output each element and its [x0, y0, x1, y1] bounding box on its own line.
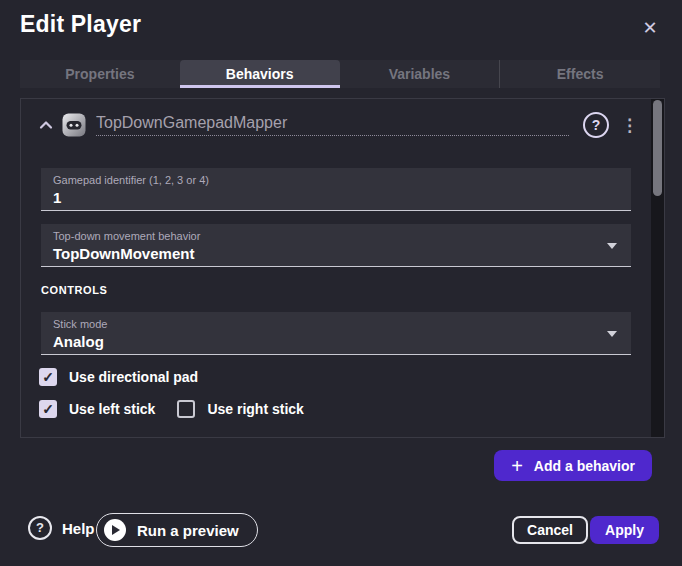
chevron-down-icon	[607, 243, 617, 249]
movement-behavior-select[interactable]: Top-down movement behavior TopDownMoveme…	[41, 224, 631, 267]
page-title: Edit Player	[20, 11, 141, 38]
use-directional-pad-label: Use directional pad	[69, 369, 198, 385]
tab-behaviors[interactable]: Behaviors	[180, 60, 340, 88]
gamepad-identifier-value: 1	[53, 189, 619, 206]
use-left-stick-checkbox[interactable]: ✓	[39, 400, 57, 418]
behavior-name-field[interactable]: TopDownGamepadMapper	[96, 114, 569, 136]
use-directional-pad-checkbox[interactable]: ✓	[39, 368, 57, 386]
behavior-help-icon[interactable]: ?	[583, 112, 609, 138]
behaviors-panel: TopDownGamepadMapper ? ⋮ Gamepad identif…	[20, 98, 665, 438]
apply-button[interactable]: Apply	[590, 516, 659, 544]
controls-section-title: CONTROLS	[41, 284, 108, 296]
use-right-stick-checkbox[interactable]	[177, 400, 195, 418]
movement-behavior-label: Top-down movement behavior	[53, 230, 619, 242]
behavior-header: TopDownGamepadMapper ? ⋮	[38, 112, 638, 138]
stick-mode-select[interactable]: Stick mode Analog	[41, 312, 631, 355]
cancel-button[interactable]: Cancel	[512, 516, 588, 544]
help-label: Help	[62, 520, 95, 537]
edit-player-dialog: Edit Player ✕ Properties Behaviors Varia…	[0, 0, 682, 566]
chevron-down-icon	[607, 331, 617, 337]
tab-variables[interactable]: Variables	[340, 60, 500, 88]
plus-icon: +	[511, 456, 523, 476]
movement-behavior-value: TopDownMovement	[53, 245, 619, 262]
use-right-stick-label: Use right stick	[207, 401, 303, 417]
more-options-icon[interactable]: ⋮	[621, 115, 638, 136]
sticks-row: ✓ Use left stick Use right stick	[39, 400, 304, 418]
add-behavior-button[interactable]: + Add a behavior	[494, 450, 652, 481]
stick-mode-label: Stick mode	[53, 318, 619, 330]
chevron-up-icon[interactable]	[38, 117, 54, 133]
play-icon	[104, 519, 126, 541]
gamepad-icon	[62, 113, 86, 137]
tab-bar: Properties Behaviors Variables Effects	[20, 60, 660, 88]
use-left-stick-label: Use left stick	[69, 401, 155, 417]
scrollbar-thumb[interactable]	[653, 100, 662, 196]
help-circle-icon: ?	[28, 516, 52, 540]
add-behavior-label: Add a behavior	[534, 458, 635, 474]
directional-pad-row: ✓ Use directional pad	[39, 368, 198, 386]
run-preview-button[interactable]: Run a preview	[96, 513, 258, 547]
tab-effects[interactable]: Effects	[499, 60, 660, 88]
run-preview-label: Run a preview	[137, 522, 239, 539]
help-button[interactable]: ? Help	[28, 516, 95, 540]
stick-mode-value: Analog	[53, 333, 619, 350]
gamepad-identifier-input[interactable]: Gamepad identifier (1, 2, 3 or 4) 1	[41, 168, 631, 211]
tab-properties[interactable]: Properties	[20, 60, 180, 88]
close-icon[interactable]: ✕	[638, 16, 662, 40]
gamepad-identifier-label: Gamepad identifier (1, 2, 3 or 4)	[53, 174, 619, 186]
panel-scrollbar[interactable]	[651, 99, 664, 437]
